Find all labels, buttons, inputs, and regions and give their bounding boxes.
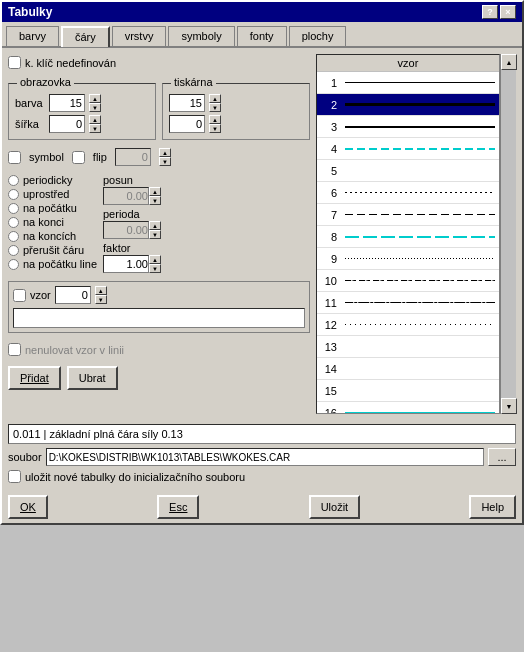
close-title-button[interactable]: ×: [500, 5, 516, 19]
flip-spinner: ▲ ▼: [159, 148, 171, 166]
vzor-checkbox[interactable]: [13, 289, 26, 302]
pattern-item-6[interactable]: 6: [317, 182, 499, 204]
barva-obrazovka-spinner: ▲ ▼: [89, 94, 101, 112]
pattern-num-10: 10: [317, 275, 341, 287]
pattern-item-1[interactable]: 1: [317, 72, 499, 94]
pridat-ubrat-row: Přidat Ubrat: [8, 366, 310, 390]
posun-input[interactable]: [103, 187, 149, 205]
pattern-item-15[interactable]: 15: [317, 380, 499, 402]
scroll-track[interactable]: [501, 70, 516, 398]
radio-na-pocatku-input[interactable]: [8, 203, 19, 214]
radio-na-pocatku-line-label: na počátku line: [23, 258, 97, 270]
flip-up[interactable]: ▲: [159, 148, 171, 157]
right-params: posun ▲ ▼ perioda: [103, 174, 161, 273]
k-klic-checkbox[interactable]: [8, 56, 21, 69]
barva-tiskarna-down[interactable]: ▼: [209, 103, 221, 112]
tab-cary[interactable]: čáry: [61, 26, 110, 47]
pattern-item-2[interactable]: 2: [317, 94, 499, 116]
scroll-up-button[interactable]: ▲: [501, 54, 517, 70]
symbol-section: symbol flip ▲ ▼ periodicky: [8, 148, 310, 273]
radio-na-konci-input[interactable]: [8, 217, 19, 228]
pattern-item-3[interactable]: 3: [317, 116, 499, 138]
tab-vrstvy[interactable]: vrstvy: [112, 26, 167, 46]
sirka-obrazovka-input[interactable]: [49, 115, 85, 133]
sirka-obrazovka-up[interactable]: ▲: [89, 115, 101, 124]
faktor-up[interactable]: ▲: [149, 255, 161, 264]
obrazovka-inputs: barva ▲ ▼ šířka ▲ ▼: [15, 94, 149, 133]
ulozit-button[interactable]: Uložit: [309, 495, 361, 519]
help-button[interactable]: Help: [469, 495, 516, 519]
save-label: uložit nové tabulky do inicializačního s…: [25, 471, 245, 483]
vzor-input[interactable]: [55, 286, 91, 304]
perioda-down[interactable]: ▼: [149, 230, 161, 239]
pridat-button[interactable]: Přidat: [8, 366, 61, 390]
nenulovat-checkbox[interactable]: [8, 343, 21, 356]
main-window: Tabulky ? × barvy čáry vrstvy symboly fo…: [0, 0, 524, 525]
radio-na-pocatku-line-input[interactable]: [8, 259, 19, 270]
radio-na-koncich: na koncích: [8, 230, 97, 242]
barva-obrazovka-down[interactable]: ▼: [89, 103, 101, 112]
pattern-item-5[interactable]: 5: [317, 160, 499, 182]
save-checkbox[interactable]: [8, 470, 21, 483]
pattern-item-7[interactable]: 7: [317, 204, 499, 226]
posun-down[interactable]: ▼: [149, 196, 161, 205]
soubor-input[interactable]: [46, 448, 484, 466]
perioda-input[interactable]: [103, 221, 149, 239]
pattern-item-16[interactable]: 16: [317, 402, 499, 414]
pattern-list-container: vzor 1 2 3 4: [316, 54, 516, 414]
scroll-down-button[interactable]: ▼: [501, 398, 517, 414]
left-panel: k. klíč nedefinován obrazovka barva ▲ ▼: [8, 54, 310, 414]
sirka-tiskarna-input[interactable]: [169, 115, 205, 133]
symbol-checkbox[interactable]: [8, 151, 21, 164]
obrazovka-barva-row: barva ▲ ▼: [15, 94, 149, 112]
tiskarna-title: tiskárna: [171, 76, 216, 88]
vzor-label: vzor: [30, 289, 51, 301]
sirka-tiskarna-down[interactable]: ▼: [209, 124, 221, 133]
barva-obrazovka-up[interactable]: ▲: [89, 94, 101, 103]
perioda-up[interactable]: ▲: [149, 221, 161, 230]
pattern-item-8[interactable]: 8: [317, 226, 499, 248]
barva-tiskarna-input[interactable]: [169, 94, 205, 112]
pattern-item-10[interactable]: 10: [317, 270, 499, 292]
faktor-down[interactable]: ▼: [149, 264, 161, 273]
tab-fonty[interactable]: fonty: [237, 26, 287, 46]
perioda-row: perioda ▲ ▼: [103, 208, 161, 239]
ubrat-button[interactable]: Ubrat: [67, 366, 118, 390]
vzor-down[interactable]: ▼: [95, 295, 107, 304]
vzor-up[interactable]: ▲: [95, 286, 107, 295]
pattern-item-9[interactable]: 9: [317, 248, 499, 270]
radio-prerusit-input[interactable]: [8, 245, 19, 256]
barva-tiskarna-up[interactable]: ▲: [209, 94, 221, 103]
browse-button[interactable]: ...: [488, 448, 516, 466]
pattern-scrollbar[interactable]: ▲ ▼: [500, 54, 516, 414]
pattern-item-13[interactable]: 13: [317, 336, 499, 358]
faktor-input[interactable]: [103, 255, 149, 273]
posun-up[interactable]: ▲: [149, 187, 161, 196]
pattern-list[interactable]: vzor 1 2 3 4: [316, 54, 500, 414]
nenulovat-row: nenulovat vzor v linii: [8, 341, 310, 358]
pattern-item-12[interactable]: 12: [317, 314, 499, 336]
radio-na-pocatku-line: na počátku line: [8, 258, 97, 270]
radio-na-koncich-input[interactable]: [8, 231, 19, 242]
obrazovka-tiskarna-section: obrazovka barva ▲ ▼ šířka: [8, 77, 310, 140]
flip-value-input[interactable]: [115, 148, 151, 166]
tab-barvy[interactable]: barvy: [6, 26, 59, 46]
radio-periodicky-input[interactable]: [8, 175, 19, 186]
flip-checkbox[interactable]: [72, 151, 85, 164]
help-title-button[interactable]: ?: [482, 5, 498, 19]
ok-label: OK: [20, 501, 36, 513]
tab-symboly[interactable]: symboly: [168, 26, 234, 46]
sirka-tiskarna-up[interactable]: ▲: [209, 115, 221, 124]
tab-plochy[interactable]: plochy: [289, 26, 347, 46]
esc-button[interactable]: Esc: [157, 495, 199, 519]
barva-obrazovka-input[interactable]: [49, 94, 85, 112]
pattern-line-8: [341, 226, 499, 248]
pattern-item-4[interactable]: 4: [317, 138, 499, 160]
flip-down[interactable]: ▼: [159, 157, 171, 166]
ok-button[interactable]: OK: [8, 495, 48, 519]
pattern-item-11[interactable]: 11: [317, 292, 499, 314]
bottom-bar: 0.011 | základní plná čára síly 0.13 sou…: [2, 420, 522, 491]
radio-uprostred-input[interactable]: [8, 189, 19, 200]
pattern-item-14[interactable]: 14: [317, 358, 499, 380]
sirka-obrazovka-down[interactable]: ▼: [89, 124, 101, 133]
